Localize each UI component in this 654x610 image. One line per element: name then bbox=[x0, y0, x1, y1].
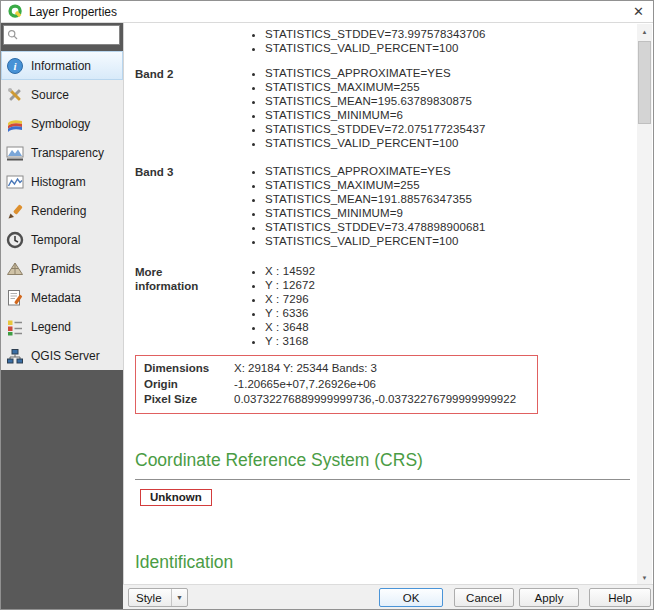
stat-item: STATISTICS_STDDEV=73.478898900681 bbox=[265, 220, 486, 234]
sidebar-item-rendering[interactable]: Rendering bbox=[1, 196, 123, 225]
sidebar-item-qgis-server[interactable]: QGIS Server bbox=[1, 341, 123, 370]
stat-item: STATISTICS_APPROXIMATE=YES bbox=[265, 164, 486, 178]
sidebar-item-label: Histogram bbox=[31, 175, 86, 189]
transparency-icon bbox=[6, 144, 24, 162]
band2-statistics-list: STATISTICS_APPROXIMATE=YES STATISTICS_MA… bbox=[250, 66, 486, 150]
xy-item: Y : 12672 bbox=[265, 278, 315, 292]
vertical-scrollbar[interactable]: ▲ ▼ bbox=[637, 24, 652, 585]
stat-item: STATISTICS_APPROXIMATE=YES bbox=[265, 66, 486, 80]
summary-label: Origin bbox=[144, 377, 234, 393]
legend-icon bbox=[6, 318, 24, 336]
band1-statistics-row: STATISTICS_STDDEV=73.997578343706 STATIS… bbox=[135, 27, 630, 55]
close-icon[interactable]: ✕ bbox=[633, 3, 644, 21]
label-line: More bbox=[135, 265, 250, 279]
information-panel: STATISTICS_STDDEV=73.997578343706 STATIS… bbox=[123, 23, 653, 586]
sidebar-item-legend[interactable]: Legend bbox=[1, 312, 123, 341]
sidebar-item-temporal[interactable]: Temporal bbox=[1, 225, 123, 254]
pyramids-icon bbox=[6, 260, 24, 278]
scroll-up-icon[interactable]: ▲ bbox=[637, 24, 652, 39]
summary-value: X: 29184 Y: 25344 Bands: 3 bbox=[234, 361, 377, 377]
style-dropdown-label: Style bbox=[129, 592, 171, 604]
band1-statistics-list: STATISTICS_STDDEV=73.997578343706 STATIS… bbox=[250, 27, 486, 55]
style-dropdown[interactable]: Style ▼ bbox=[128, 588, 188, 607]
information-icon: i bbox=[6, 57, 24, 75]
band2-statistics-row: Band 2 STATISTICS_APPROXIMATE=YES STATIS… bbox=[135, 66, 630, 150]
xy-item: Y : 6336 bbox=[265, 306, 315, 320]
sidebar-item-label: Pyramids bbox=[31, 262, 81, 276]
xy-group: X : 7296 Y : 6336 bbox=[250, 292, 315, 320]
label-line: information bbox=[135, 279, 250, 293]
sidebar-item-label: Legend bbox=[31, 320, 71, 334]
sidebar-search[interactable] bbox=[3, 25, 120, 45]
crs-heading: Coordinate Reference System (CRS) bbox=[135, 450, 630, 471]
stat-item: STATISTICS_MEAN=191.88576347355 bbox=[265, 192, 486, 206]
band3-statistics-row: Band 3 STATISTICS_APPROXIMATE=YES STATIS… bbox=[135, 164, 630, 248]
summary-row-pixel-size: Pixel Size 0.03732276889999999736,-0.037… bbox=[144, 392, 529, 408]
more-information-label: More information bbox=[135, 264, 250, 293]
stat-item: STATISTICS_MINIMUM=9 bbox=[265, 206, 486, 220]
summary-label: Dimensions bbox=[144, 361, 234, 377]
summary-value: 0.03732276889999999736,-0.03732276799999… bbox=[234, 392, 516, 408]
sidebar-item-symbology[interactable]: Symbology bbox=[1, 109, 123, 138]
scroll-down-icon[interactable]: ▼ bbox=[637, 570, 652, 585]
chevron-down-icon: ▼ bbox=[171, 589, 187, 606]
stat-item: STATISTICS_MEAN=195.63789830875 bbox=[265, 94, 486, 108]
sidebar-item-label: Information bbox=[31, 59, 91, 73]
sidebar-item-histogram[interactable]: Histogram bbox=[1, 167, 123, 196]
stat-item: STATISTICS_STDDEV=72.075177235437 bbox=[265, 122, 486, 136]
summary-row-origin: Origin -1.20665e+07,7.26926e+06 bbox=[144, 377, 529, 393]
scrollbar-thumb[interactable] bbox=[638, 41, 651, 124]
rendering-icon bbox=[6, 202, 24, 220]
sidebar-item-label: QGIS Server bbox=[31, 349, 100, 363]
temporal-icon bbox=[6, 231, 24, 249]
xy-item: X : 3648 bbox=[265, 320, 315, 334]
sidebar-item-label: Transparency bbox=[31, 146, 104, 160]
sidebar-item-transparency[interactable]: Transparency bbox=[1, 138, 123, 167]
row-label bbox=[135, 27, 250, 28]
qgis-logo-icon bbox=[8, 4, 23, 19]
metadata-icon bbox=[6, 289, 24, 307]
stat-item: STATISTICS_MAXIMUM=255 bbox=[265, 80, 486, 94]
qgis-server-icon bbox=[6, 347, 24, 365]
apply-button[interactable]: Apply bbox=[519, 588, 579, 607]
sidebar-item-label: Temporal bbox=[31, 233, 80, 247]
stat-item: STATISTICS_MAXIMUM=255 bbox=[265, 178, 486, 192]
information-content: STATISTICS_STDDEV=73.997578343706 STATIS… bbox=[124, 23, 636, 586]
band3-statistics-list: STATISTICS_APPROXIMATE=YES STATISTICS_MA… bbox=[250, 164, 486, 248]
raster-summary-box: Dimensions X: 29184 Y: 25344 Bands: 3 Or… bbox=[135, 355, 538, 414]
xy-item: X : 14592 bbox=[265, 264, 315, 278]
window-title: Layer Properties bbox=[29, 5, 117, 19]
sidebar-item-label: Rendering bbox=[31, 204, 86, 218]
symbology-icon bbox=[6, 115, 24, 133]
sidebar-item-source[interactable]: Source bbox=[1, 80, 123, 109]
crs-heading-rule bbox=[135, 479, 630, 480]
band2-label: Band 2 bbox=[135, 66, 250, 81]
help-button[interactable]: Help bbox=[589, 588, 651, 607]
crs-value-badge: Unknown bbox=[140, 489, 212, 506]
identification-heading: Identification bbox=[135, 552, 630, 573]
more-information-row: More information X : 14592 Y : 12672 X :… bbox=[135, 264, 630, 348]
sidebar-item-pyramids[interactable]: Pyramids bbox=[1, 254, 123, 283]
stat-item: STATISTICS_VALID_PERCENT=100 bbox=[265, 136, 486, 150]
sidebar-item-label: Symbology bbox=[31, 117, 90, 131]
sidebar-menu: i Information Source Symbology bbox=[1, 51, 123, 370]
summary-row-dimensions: Dimensions X: 29184 Y: 25344 Bands: 3 bbox=[144, 361, 529, 377]
dialog-button-bar: Style ▼ OK Cancel Apply Help bbox=[123, 584, 653, 609]
search-icon bbox=[6, 28, 20, 42]
sidebar-item-information[interactable]: i Information bbox=[1, 51, 123, 80]
stat-item: STATISTICS_VALID_PERCENT=100 bbox=[265, 234, 486, 248]
xy-group: X : 14592 Y : 12672 bbox=[250, 264, 315, 292]
xy-item: X : 7296 bbox=[265, 292, 315, 306]
sidebar-item-metadata[interactable]: Metadata bbox=[1, 283, 123, 312]
cancel-button[interactable]: Cancel bbox=[454, 588, 514, 607]
sidebar: i Information Source Symbology bbox=[1, 23, 123, 609]
summary-value: -1.20665e+07,7.26926e+06 bbox=[234, 377, 376, 393]
more-information-groups: X : 14592 Y : 12672 X : 7296 Y : 6336 X … bbox=[250, 264, 315, 348]
ok-button[interactable]: OK bbox=[379, 588, 443, 607]
xy-group: X : 3648 Y : 3168 bbox=[250, 320, 315, 348]
stat-item: STATISTICS_MINIMUM=6 bbox=[265, 108, 486, 122]
band3-label: Band 3 bbox=[135, 164, 250, 179]
layer-properties-dialog: Layer Properties ✕ i Information bbox=[0, 0, 654, 610]
source-icon bbox=[6, 86, 24, 104]
stat-item: STATISTICS_VALID_PERCENT=100 bbox=[265, 41, 486, 55]
